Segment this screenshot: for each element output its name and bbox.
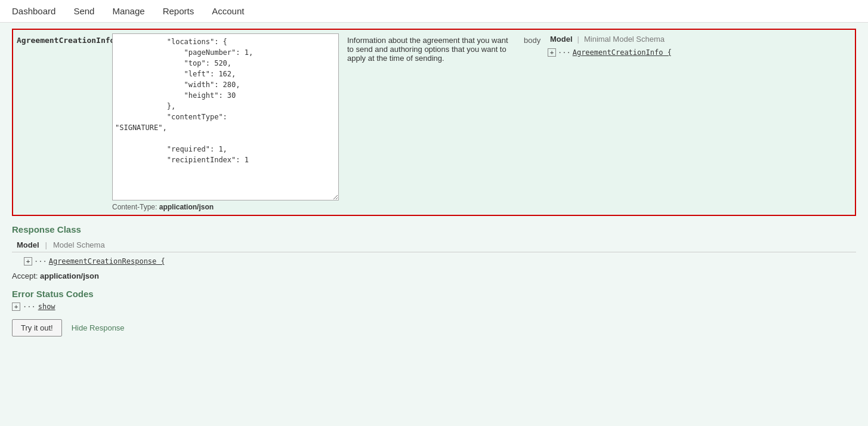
model-tab-inactive[interactable]: Minimal Model Schema: [582, 33, 667, 45]
error-show-link[interactable]: show: [38, 302, 55, 311]
error-ellipsis: ···: [23, 302, 36, 311]
nav-manage[interactable]: Manage: [112, 0, 144, 23]
response-expand-icon[interactable]: +: [24, 257, 32, 266]
ellipsis: ···: [558, 48, 571, 57]
content-type-value: application/json: [159, 203, 214, 211]
nav-send[interactable]: Send: [73, 0, 94, 23]
tab-separator: |: [577, 35, 579, 44]
param-input-area: "locations": { "pageNumber": 1, "top": 5…: [112, 33, 339, 211]
error-expand-icon[interactable]: +: [12, 302, 20, 311]
param-model-area: Model | Minimal Model Schema + ··· Agree…: [548, 33, 679, 57]
response-ellipsis: ···: [34, 257, 47, 266]
accept-prefix: Accept:: [12, 271, 38, 280]
accept-value: application/json: [40, 271, 99, 280]
model-tree-item: + ··· AgreementCreationInfo {: [548, 48, 679, 57]
main-content: AgreementCreationInfo "locations": { "pa…: [0, 23, 868, 426]
nav-account[interactable]: Account: [212, 0, 244, 23]
response-model-link[interactable]: AgreementCreationResponse {: [49, 257, 165, 266]
top-navigation: Dashboard Send Manage Reports Account: [0, 0, 868, 23]
parameter-row: AgreementCreationInfo "locations": { "pa…: [12, 29, 856, 216]
param-description: Information about the agreement that you…: [339, 33, 518, 65]
response-tab-sep: |: [45, 240, 47, 249]
accept-label: Accept: application/json: [12, 271, 856, 280]
param-location: body: [518, 33, 548, 47]
json-textarea[interactable]: "locations": { "pageNumber": 1, "top": 5…: [112, 33, 339, 200]
error-row: + ··· show: [12, 302, 856, 311]
model-tree: + ··· AgreementCreationInfo {: [548, 48, 679, 57]
content-type-prefix: Content-Type:: [112, 203, 157, 211]
error-section: Error Status Codes + ··· show: [12, 289, 856, 311]
content-type-label: Content-Type: application/json: [112, 203, 339, 211]
error-status-title: Error Status Codes: [12, 289, 856, 299]
try-it-out-button[interactable]: Try it out!: [12, 319, 62, 337]
action-bar: Try it out! Hide Response: [12, 319, 856, 337]
response-tabs: Model | Model Schema: [12, 238, 856, 252]
response-model-tree: + ··· AgreementCreationResponse {: [12, 257, 856, 266]
response-class-title: Response Class: [12, 224, 856, 234]
response-tree-item: + ··· AgreementCreationResponse {: [24, 257, 856, 266]
model-link[interactable]: AgreementCreationInfo {: [573, 48, 672, 57]
model-tabs: Model | Minimal Model Schema: [548, 33, 679, 45]
nav-reports[interactable]: Reports: [163, 0, 194, 23]
model-tab-active[interactable]: Model: [548, 33, 575, 45]
hide-response-link[interactable]: Hide Response: [72, 323, 125, 332]
nav-dashboard[interactable]: Dashboard: [12, 0, 55, 23]
expand-icon[interactable]: +: [548, 48, 556, 57]
response-tab-model[interactable]: Model: [12, 238, 44, 252]
response-tab-schema[interactable]: Model Schema: [48, 238, 110, 252]
parameter-name: AgreementCreationInfo: [17, 33, 112, 45]
